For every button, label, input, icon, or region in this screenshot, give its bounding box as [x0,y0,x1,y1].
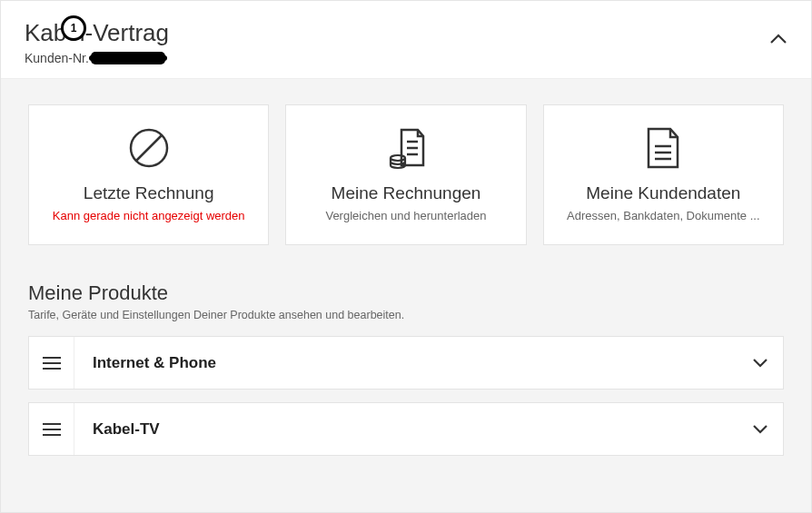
invoices-icon [383,125,429,171]
collapse-toggle[interactable] [769,34,787,44]
card-customer-data[interactable]: Meine Kundendaten Adressen, Bankdaten, D… [543,104,784,245]
chevron-up-icon [769,34,787,44]
info-cards-row: Letzte Rechnung Kann gerade nicht angeze… [28,104,784,245]
chevron-down-icon [752,358,768,368]
drag-handle[interactable] [29,337,74,389]
section-title: Meine Produkte [28,281,784,305]
panel-header: 1 Kabel-Vertrag Kunden-Nr. [1,1,811,79]
expand-toggle[interactable] [738,358,783,368]
card-subtitle: Kann gerade nicht angezeigt werden [53,209,245,222]
chevron-down-icon [752,424,768,434]
menu-icon [43,357,61,370]
card-title: Meine Kundendaten [586,183,740,203]
products-section: Meine Produkte Tarife, Geräte und Einste… [28,281,784,456]
page-title: Kabel-Vertrag [25,19,169,47]
product-label: Internet & Phone [74,354,738,372]
expand-toggle[interactable] [738,424,783,434]
prohibit-icon [128,125,170,171]
customer-number-line: Kunden-Nr. [25,51,169,65]
card-subtitle: Vergleichen und herunterladen [325,209,486,222]
customer-number-label: Kunden-Nr. [25,51,89,65]
card-my-invoices[interactable]: Meine Rechnungen Vergleichen und herunte… [285,104,526,245]
section-subtitle: Tarife, Geräte und Einstellungen Deiner … [28,309,784,321]
customer-number-redacted [91,52,165,64]
panel-body: Letzte Rechnung Kann gerade nicht angeze… [1,79,811,512]
card-subtitle: Adressen, Bankdaten, Dokumente ... [567,209,759,222]
drag-handle[interactable] [29,403,74,455]
products-accordion-list: Internet & Phone [28,336,784,456]
badge-counter: 1 [61,15,86,41]
card-title: Meine Rechnungen [332,183,481,203]
product-internet-phone[interactable]: Internet & Phone [28,336,784,390]
menu-icon [43,423,61,436]
contract-panel: 1 Kabel-Vertrag Kunden-Nr. [0,0,812,513]
header-left: 1 Kabel-Vertrag Kunden-Nr. [25,19,169,65]
product-label: Kabel-TV [74,420,738,439]
document-icon [645,125,681,171]
card-last-invoice[interactable]: Letzte Rechnung Kann gerade nicht angeze… [28,104,269,245]
svg-line-1 [136,135,162,161]
svg-point-5 [391,155,405,161]
card-title: Letzte Rechnung [84,183,214,203]
product-kabel-tv[interactable]: Kabel-TV [28,402,784,456]
